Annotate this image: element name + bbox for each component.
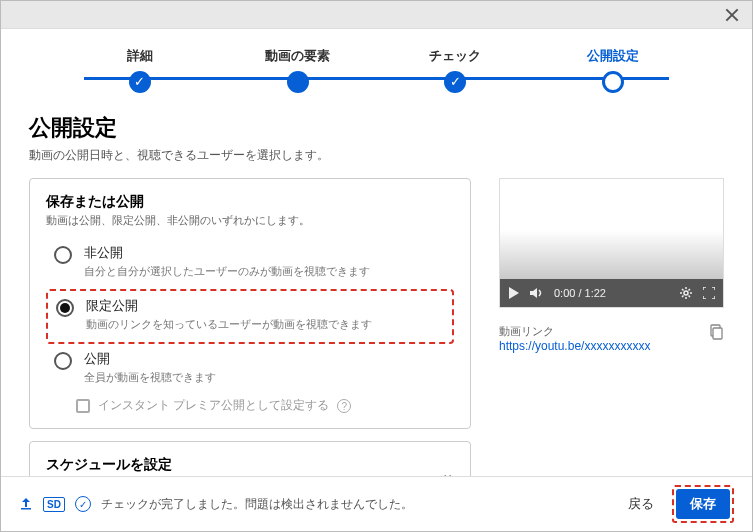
visibility-card-desc: 動画は公開、限定公開、非公開のいずれかにします。 (46, 213, 454, 228)
help-icon[interactable]: ? (337, 399, 351, 413)
video-preview[interactable]: 0:00 / 1:22 (499, 178, 724, 308)
volume-icon[interactable] (530, 287, 544, 299)
schedule-title: スケジュールを設定 (46, 456, 222, 474)
checkbox-icon (76, 399, 90, 413)
footer-bar: SD ✓ チェックが完了しました。問題は検出されませんでした。 戻る 保存 (1, 476, 752, 531)
upload-dialog: 詳細 ✓ 動画の要素 チェック ✓ 公開設定 公開設定 動画の公開日時と、視聴で… (0, 0, 753, 532)
radio-icon (54, 246, 72, 264)
page-description: 動画の公開日時と、視聴できるユーザーを選択します。 (29, 147, 724, 164)
video-time: 0:00 / 1:22 (554, 287, 606, 299)
play-icon[interactable] (508, 287, 520, 299)
video-link-label: 動画リンク (499, 324, 650, 339)
close-icon[interactable] (724, 7, 740, 23)
step-elements[interactable]: 動画の要素 (219, 47, 377, 93)
check-circle-icon: ✓ (75, 496, 91, 512)
copy-icon[interactable] (708, 324, 724, 344)
page-title: 公開設定 (29, 113, 724, 143)
upload-icon[interactable] (19, 496, 33, 513)
back-button[interactable]: 戻る (628, 495, 654, 513)
schedule-card[interactable]: スケジュールを設定 動画を公開する日付を選択します。 ⌄ (29, 441, 471, 476)
visibility-card: 保存または公開 動画は公開、限定公開、非公開のいずれかにします。 非公開 自分と… (29, 178, 471, 429)
step-visibility[interactable]: 公開設定 (534, 47, 692, 93)
dialog-header (1, 1, 752, 29)
settings-icon[interactable] (679, 286, 693, 300)
visibility-option-private[interactable]: 非公開 自分と自分が選択したユーザーのみが動画を視聴できます (46, 238, 454, 289)
video-link-url[interactable]: https://youtu.be/xxxxxxxxxxx (499, 339, 650, 353)
svg-rect-3 (21, 508, 31, 510)
svg-point-0 (684, 291, 688, 295)
stepper: 詳細 ✓ 動画の要素 チェック ✓ 公開設定 (1, 29, 752, 103)
visibility-card-title: 保存または公開 (46, 193, 454, 211)
save-button[interactable]: 保存 (676, 489, 730, 519)
radio-icon (54, 352, 72, 370)
sd-badge: SD (43, 497, 65, 512)
step-checks[interactable]: チェック ✓ (377, 47, 535, 93)
chevron-down-icon: ⌄ (441, 464, 454, 476)
visibility-option-unlisted[interactable]: 限定公開 動画のリンクを知っているユーザーが動画を視聴できます (46, 289, 454, 344)
step-details[interactable]: 詳細 ✓ (61, 47, 219, 93)
fullscreen-icon[interactable] (703, 287, 715, 299)
visibility-option-public[interactable]: 公開 全員が動画を視聴できます (46, 344, 454, 395)
svg-rect-2 (713, 328, 722, 339)
footer-status: チェックが完了しました。問題は検出されませんでした。 (101, 496, 413, 513)
video-controls: 0:00 / 1:22 (500, 279, 723, 307)
radio-icon (56, 299, 74, 317)
instant-premier-checkbox[interactable]: インスタント プレミア公開として設定する ? (76, 397, 454, 414)
